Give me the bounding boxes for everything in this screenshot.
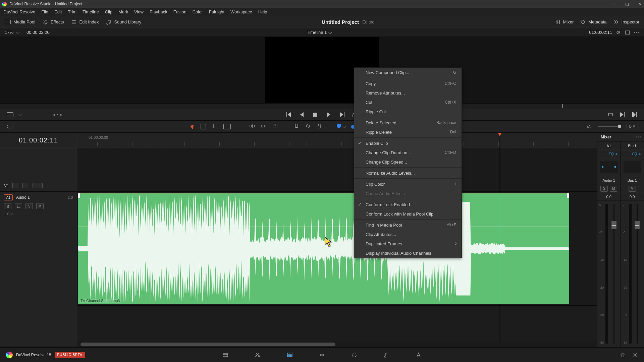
bypass-icon[interactable] <box>615 30 621 35</box>
play-reverse-button[interactable] <box>299 112 305 118</box>
ctx-delete-selected[interactable]: Delete SelectedBackspace <box>354 118 462 127</box>
zoom-dropdown[interactable]: 17% <box>5 30 19 35</box>
media-page-icon[interactable] <box>221 351 230 359</box>
menu-mark[interactable]: Mark <box>118 9 128 14</box>
menu-file[interactable]: File <box>41 9 48 14</box>
mixer-bus1-eq[interactable]: EQ <box>621 150 644 158</box>
timeline-hscroll[interactable] <box>77 342 597 347</box>
lock-track-icon[interactable] <box>12 183 19 188</box>
menu-view[interactable]: View <box>134 9 144 14</box>
volume-slider[interactable] <box>598 126 621 127</box>
track-view-icon[interactable] <box>33 183 43 188</box>
speaker-icon[interactable] <box>587 124 592 129</box>
link-toggle[interactable] <box>305 123 311 130</box>
viewer-tc-right[interactable]: 01:00:02:11 <box>589 30 612 35</box>
ctx-display-individual-audio-channels[interactable]: Display Individual Audio Channels <box>354 248 462 258</box>
mixer-a1-pan[interactable] <box>597 158 621 176</box>
menu-edit[interactable]: Edit <box>54 9 62 14</box>
sound-library-toggle[interactable]: Sound Library <box>106 19 141 25</box>
cut-page-icon[interactable] <box>253 351 262 359</box>
last-frame-button[interactable] <box>631 112 637 118</box>
ctx-remove-attributes-[interactable]: Remove Attributes... <box>354 88 462 98</box>
a1-badge[interactable]: A1 <box>4 194 13 200</box>
ctx-change-clip-duration-[interactable]: Change Clip Duration...Ctrl+D <box>354 148 462 157</box>
next-edit-icon[interactable]: ▸ <box>60 112 62 117</box>
ctx-clip-color[interactable]: Clip Color <box>354 179 462 189</box>
go-end-button[interactable] <box>339 112 345 118</box>
fairlight-page-icon[interactable] <box>382 351 391 359</box>
replace-icon[interactable] <box>272 123 278 130</box>
fader-knob[interactable] <box>634 221 640 229</box>
menu-help[interactable]: Help <box>258 9 267 14</box>
timeline-playhead[interactable] <box>500 133 500 347</box>
ctx-copy[interactable]: CopyCtrl+C <box>354 79 462 88</box>
viewer-tc-left[interactable]: 00:00:02:20 <box>26 30 50 35</box>
next-marker-button[interactable] <box>619 112 625 118</box>
match-frame-icon[interactable] <box>608 112 613 117</box>
mixer-bus1-fader[interactable]: 0-5-10-20-30-50 <box>621 200 644 347</box>
mixer-a1-db[interactable]: 0.0 <box>597 193 621 200</box>
media-pool-toggle[interactable]: Media Pool <box>5 19 35 24</box>
edit-page-icon[interactable] <box>285 351 294 359</box>
a1-mute-button[interactable]: M <box>36 203 44 209</box>
menu-workspace[interactable]: Workspace <box>230 9 252 14</box>
video-track-header[interactable]: V1 <box>0 148 77 192</box>
ctx-duplicated-frames[interactable]: Duplicated Frames <box>354 239 462 248</box>
mixer-bus1-db[interactable]: 0.0 <box>621 193 644 200</box>
flag-dropdown[interactable] <box>337 124 345 129</box>
single-viewer-icon[interactable] <box>625 30 630 35</box>
play-button[interactable] <box>326 112 332 118</box>
inspector-toggle[interactable]: Inspector <box>613 19 639 25</box>
fader-knob[interactable] <box>611 221 617 229</box>
stop-button[interactable] <box>312 112 318 118</box>
gear-icon[interactable] <box>633 352 638 358</box>
mixer-a1-solo[interactable]: S <box>600 186 608 192</box>
mixer-a1-mute[interactable]: M <box>610 186 617 192</box>
timeline-name-dropdown[interactable]: Timeline 1 <box>50 30 589 35</box>
ctx-cut[interactable]: CutCtrl+X <box>354 98 462 107</box>
blade-tool[interactable] <box>223 124 231 129</box>
ctx-change-clip-speed-[interactable]: Change Clip Speed... <box>354 157 462 167</box>
timeline-view-options[interactable] <box>6 123 13 130</box>
metadata-toggle[interactable]: Metadata <box>580 19 606 25</box>
timeline-ruler[interactable]: 01:00:00:00 <box>77 133 597 148</box>
menu-timeline[interactable]: Timeline <box>83 9 99 14</box>
overwrite-icon[interactable] <box>261 123 266 130</box>
prev-edit-icon[interactable]: ◂ <box>53 112 55 117</box>
auto-select-icon[interactable] <box>22 183 29 188</box>
mixer-toggle[interactable]: Mixer <box>555 19 574 25</box>
dim-button[interactable]: DIM <box>627 124 638 129</box>
ctx-conform-lock-with-media-pool-clip[interactable]: Conform Lock with Media Pool Clip <box>354 209 462 219</box>
viewer[interactable] <box>0 37 644 103</box>
hscroll-thumb[interactable] <box>80 343 335 346</box>
lock-icon[interactable] <box>317 123 322 130</box>
more-icon[interactable] <box>636 136 641 137</box>
ctx-find-in-media-pool[interactable]: Find In Media PoolAlt+F <box>354 220 462 230</box>
viewer-scrubber[interactable] <box>0 103 644 109</box>
deliver-page-icon[interactable] <box>414 351 423 359</box>
menu-color[interactable]: Color <box>193 9 203 14</box>
audio-track-header[interactable]: A1 Audio 1 2.0 S M 1 Clip <box>0 192 77 347</box>
mixer-ch-a1[interactable]: A1 <box>597 141 621 150</box>
mixer-ch-bus1[interactable]: Bus1 <box>621 141 644 150</box>
more-icon[interactable] <box>634 32 639 33</box>
mixer-bus1-pan[interactable] <box>621 158 644 176</box>
fusion-page-icon[interactable] <box>318 351 326 359</box>
ctx-conform-lock-enabled[interactable]: ✓Conform Lock Enabled <box>354 200 462 209</box>
mixer-a1-fader[interactable]: 0-5-10-20-30-50 <box>597 200 621 347</box>
insert-icon[interactable] <box>250 123 255 130</box>
menu-fusion[interactable]: Fusion <box>173 9 186 14</box>
mixer-bus1-mute[interactable]: M <box>629 186 636 192</box>
menu-fairlight[interactable]: Fairlight <box>209 9 224 14</box>
ctx-ripple-cut[interactable]: Ripple Cut <box>354 107 462 116</box>
a1-autosel-icon[interactable] <box>15 203 22 209</box>
mixer-a1-eq[interactable]: EQ <box>597 150 621 158</box>
a1-solo-button[interactable]: S <box>25 203 33 209</box>
home-icon[interactable] <box>620 352 625 358</box>
audio-lane[interactable]: TV Channel Sound.mp3 <box>77 192 597 306</box>
timeline-canvas[interactable]: 01:00:00:00 TV Channel Sound.mp3 <box>77 133 597 347</box>
menu-davinci-resolve[interactable]: DaVinci Resolve <box>3 9 35 14</box>
timeline-timecode[interactable]: 01:00:02:11 <box>0 133 77 148</box>
audio-clip[interactable]: TV Channel Sound.mp3 <box>78 193 569 304</box>
edit-index-toggle[interactable]: Edit Index <box>71 19 99 25</box>
